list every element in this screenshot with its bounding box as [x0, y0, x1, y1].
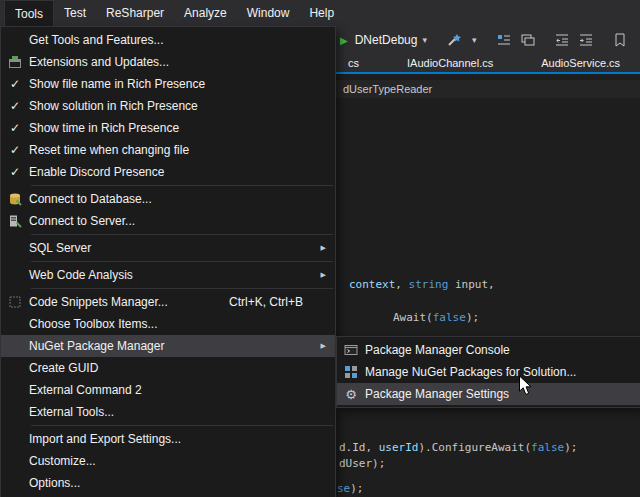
tab-label: IAudioChannel.cs — [407, 57, 493, 69]
code-token: d.Id, — [339, 441, 379, 454]
menu-item-reset-time-when-changing-file[interactable]: ✓Reset time when changing file — [1, 139, 335, 161]
menubar-item-help[interactable]: Help — [299, 0, 344, 26]
snippets-icon — [1, 295, 29, 309]
menu-separator — [31, 425, 333, 426]
menu-item-label: Show time in Rich Presence — [29, 121, 179, 135]
menu-item-connect-to-server[interactable]: Connect to Server... — [1, 210, 335, 232]
menu-item-label: Show file name in Rich Presence — [29, 77, 205, 91]
menu-item-code-snippets-manager[interactable]: Code Snippets Manager...Ctrl+K, Ctrl+B — [1, 291, 335, 313]
menu-item-show-time-in-rich-presence[interactable]: ✓Show time in Rich Presence — [1, 117, 335, 139]
menu-item-label: Customize... — [29, 454, 96, 468]
menu-separator — [31, 261, 333, 262]
menu-item-label: Create GUID — [29, 361, 98, 375]
code-token: ).ConfigureAwait( — [419, 441, 532, 454]
menu-item-label: Choose Toolbox Items... — [29, 317, 158, 331]
menu-item-customize[interactable]: Customize... — [1, 450, 335, 472]
menu-item-label: SQL Server — [29, 241, 91, 255]
code-token: se — [337, 482, 350, 495]
console-icon — [337, 343, 365, 357]
menu-item-label: External Command 2 — [29, 383, 142, 397]
menu-item-sql-server[interactable]: SQL Server▶ — [1, 237, 335, 259]
submenu-arrow-icon: ▶ — [321, 342, 326, 350]
tab-cs[interactable]: cs — [336, 54, 371, 72]
submenu-arrow-icon: ▶ — [321, 244, 326, 252]
menu-separator — [31, 185, 333, 186]
menu-item-label: Package Manager Console — [365, 343, 510, 357]
submenu-arrow-icon: ▶ — [321, 271, 326, 279]
toolbar-icon-group: ▾ — [443, 32, 640, 48]
menu-separator — [31, 288, 333, 289]
search-wand-icon[interactable] — [447, 32, 463, 48]
menu-item-label: Options... — [29, 476, 80, 490]
code-line: context, string input, — [349, 278, 495, 291]
code-token: , — [395, 278, 408, 291]
menu-item-external-tools[interactable]: External Tools... — [1, 401, 335, 423]
checkmark-icon: ✓ — [1, 99, 29, 113]
code-token: userId — [379, 441, 419, 454]
extensions-icon — [1, 55, 29, 69]
parameter-info-icon[interactable] — [520, 32, 536, 48]
checkmark-icon: ✓ — [1, 143, 29, 157]
menu-item-enable-discord-presence[interactable]: ✓Enable Discord Presence — [1, 161, 335, 183]
code-token: context — [349, 278, 395, 291]
menu-item-external-command-2[interactable]: External Command 2 — [1, 379, 335, 401]
menu-item-label: NuGet Package Manager — [29, 339, 164, 353]
member-list-icon[interactable] — [496, 32, 512, 48]
menu-item-connect-to-database[interactable]: Connect to Database... — [1, 188, 335, 210]
menu-item-show-file-name-in-rich-presence[interactable]: ✓Show file name in Rich Presence — [1, 73, 335, 95]
gear-icon: ⚙ — [337, 388, 365, 401]
start-debug-icon[interactable]: ▶ — [340, 35, 348, 46]
code-token: dUser); — [339, 457, 385, 470]
menubar-item-test[interactable]: Test — [54, 0, 96, 26]
database-connect-icon — [1, 192, 29, 206]
gear-icon: ⚙ — [345, 388, 357, 401]
code-token: ); — [466, 311, 479, 324]
submenu-item-package-manager-settings[interactable]: ⚙Package Manager Settings — [337, 383, 640, 405]
menu-item-label: Connect to Server... — [29, 214, 135, 228]
menu-separator — [31, 234, 333, 235]
code-token: string — [409, 278, 449, 291]
menu-item-label: Code Snippets Manager... — [29, 295, 168, 309]
menu-item-label: Import and Export Settings... — [29, 432, 181, 446]
checkmark-icon: ✓ — [1, 165, 29, 179]
menu-item-create-guid[interactable]: Create GUID — [1, 357, 335, 379]
menu-item-nuget-package-manager[interactable]: NuGet Package Manager▶ — [1, 335, 335, 357]
increase-indent-icon[interactable] — [578, 32, 594, 48]
menu-item-label: Extensions and Updates... — [29, 55, 169, 69]
code-token: ); — [350, 482, 363, 495]
debug-target-caret-icon[interactable]: ▾ — [422, 35, 427, 45]
menu-item-get-tools-and-features[interactable]: Get Tools and Features... — [1, 29, 335, 51]
menu-item-label: Get Tools and Features... — [29, 33, 164, 47]
decrease-indent-icon[interactable] — [554, 32, 570, 48]
mouse-cursor — [518, 375, 533, 397]
toggle-bookmark-icon[interactable] — [612, 32, 628, 48]
menu-item-label: Reset time when changing file — [29, 143, 189, 157]
menu-item-label: Manage NuGet Packages for Solution... — [365, 365, 576, 379]
menu-item-show-solution-in-rich-presence[interactable]: ✓Show solution in Rich Presence — [1, 95, 335, 117]
code-line: dUser); — [339, 457, 385, 470]
checkmark-icon: ✓ — [1, 77, 29, 91]
dropdown-caret-icon[interactable]: ▾ — [472, 35, 477, 45]
menu-item-web-code-analysis[interactable]: Web Code Analysis▶ — [1, 264, 335, 286]
menu-item-label: External Tools... — [29, 405, 114, 419]
menu-bar: ToolsTestReSharperAnalyzeWindowHelp — [0, 0, 640, 26]
server-connect-icon — [1, 214, 29, 228]
menubar-item-analyze[interactable]: Analyze — [174, 0, 237, 26]
menu-item-extensions-and-updates[interactable]: Extensions and Updates... — [1, 51, 335, 73]
menu-item-label: Enable Discord Presence — [29, 165, 164, 179]
menu-item-import-and-export-settings[interactable]: Import and Export Settings... — [1, 428, 335, 450]
menu-item-shortcut: Ctrl+K, Ctrl+B — [229, 295, 303, 309]
menubar-item-resharper[interactable]: ReSharper — [96, 0, 174, 26]
menu-item-options[interactable]: Options... — [1, 472, 335, 494]
tab-audioservice-cs[interactable]: AudioService.cs — [529, 54, 632, 72]
navigation-bar-type[interactable]: dUserTypeReader — [343, 83, 432, 95]
debug-target-label[interactable]: DNetDebug — [355, 33, 418, 47]
submenu-item-package-manager-console[interactable]: Package Manager Console — [337, 339, 640, 361]
menubar-item-window[interactable]: Window — [237, 0, 300, 26]
menu-item-choose-toolbox-items[interactable]: Choose Toolbox Items... — [1, 313, 335, 335]
submenu-item-manage-nuget-packages-for-solution[interactable]: Manage NuGet Packages for Solution... — [337, 361, 640, 383]
vs-window: ToolsTestReSharperAnalyzeWindowHelp ▶ DN… — [0, 0, 640, 497]
menubar-item-tools[interactable]: Tools — [4, 0, 54, 26]
checkmark-icon: ✓ — [1, 121, 29, 135]
tab-iaudiochannel-cs[interactable]: IAudioChannel.cs — [395, 54, 505, 72]
